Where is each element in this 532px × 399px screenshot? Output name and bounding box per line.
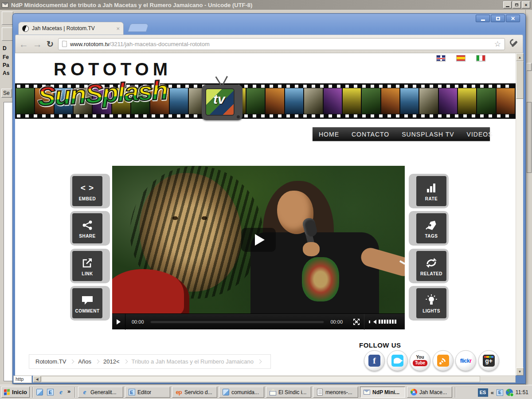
youtube-button[interactable]: You Tube xyxy=(410,350,430,371)
quicklaunch-ie-icon[interactable]: e xyxy=(57,388,65,396)
ie-icon: e xyxy=(81,389,88,396)
tab-close-icon[interactable]: × xyxy=(116,25,120,32)
play-button[interactable] xyxy=(112,314,125,330)
field-label-fecha: Fe xyxy=(3,54,9,60)
tray-network-globe-icon[interactable] xyxy=(506,389,513,396)
progress-bar[interactable] xyxy=(150,320,325,323)
task-button-generalitat[interactable]: e Generalit... xyxy=(78,387,123,398)
nav-item-videos[interactable]: VIDEOS xyxy=(461,131,499,138)
background-window-right-edge xyxy=(525,10,532,385)
browser-minimize-button[interactable] xyxy=(476,15,490,22)
url-path: /3211/jah-macetas-documental-rototom xyxy=(110,41,210,47)
embed-button[interactable]: < > EMBED xyxy=(70,174,110,208)
settings-wrench-icon[interactable] xyxy=(509,39,519,49)
tag-icon xyxy=(425,219,438,232)
duration-time: 00:00 xyxy=(324,319,349,325)
breadcrumb-rototom-tv[interactable]: Rototom.TV xyxy=(35,358,66,365)
breadcrumb-2012[interactable]: 2012< xyxy=(103,358,120,365)
bookmark-star-icon[interactable]: ☆ xyxy=(494,39,501,49)
scrollbar-thumb[interactable] xyxy=(41,376,480,382)
fullscreen-button[interactable] xyxy=(349,318,364,325)
breadcrumb-anos[interactable]: Años xyxy=(78,358,91,365)
quicklaunch-outlook-icon[interactable] xyxy=(35,388,44,396)
nav-item-sunsplash-tv[interactable]: SUNSPLASH TV xyxy=(395,131,460,138)
googleplus-button[interactable]: g+ xyxy=(478,350,499,371)
lightbulb-icon xyxy=(426,293,437,307)
scroll-down-button[interactable]: ▼ xyxy=(516,368,524,376)
close-button[interactable]: × xyxy=(522,1,530,8)
status-bubble: http xyxy=(13,376,32,383)
page-vertical-scrollbar[interactable]: ▲ ▼ xyxy=(516,53,523,376)
task-button-ndp-active[interactable]: NdP Mini... xyxy=(360,387,405,398)
tv-label: tv xyxy=(213,92,225,107)
new-tab-button[interactable] xyxy=(128,23,149,32)
field-label-de: D xyxy=(3,45,7,51)
task-button-editor[interactable]: E Editor xyxy=(125,387,170,398)
mail-icon xyxy=(2,3,8,8)
link-button[interactable]: LINK xyxy=(70,249,110,283)
browser-tab[interactable]: Jah Macetas | Rototom.TV × xyxy=(18,22,124,35)
task-button-jah-macetas[interactable]: Jah Mace... xyxy=(407,387,452,398)
background-window-title: NdP Minidocumental de tributo a Jah Mace… xyxy=(11,2,503,8)
tray-app-icon[interactable]: E xyxy=(497,389,503,396)
scrollbar-thumb[interactable] xyxy=(516,61,524,99)
main-navigation: HOME CONTACTO SUNSPLASH TV VIDEOS xyxy=(313,127,490,141)
url-text[interactable]: www.rototom.tv/3211/jah-macetas-document… xyxy=(70,41,491,47)
tv-icon: tv xyxy=(202,74,243,120)
volume-control[interactable] xyxy=(364,314,405,330)
facebook-button[interactable]: f xyxy=(364,350,385,371)
quicklaunch-app-icon[interactable]: E xyxy=(46,388,55,396)
scrollbar-thumb[interactable] xyxy=(527,102,532,173)
rate-button[interactable]: RATE xyxy=(409,174,449,208)
task-button-menores[interactable]: menores-... xyxy=(313,387,358,398)
nav-item-home[interactable]: HOME xyxy=(313,131,345,138)
share-button[interactable]: SHARE xyxy=(70,211,110,246)
related-button[interactable]: RELATED xyxy=(409,249,449,283)
tray-collapse-chevron[interactable]: « xyxy=(491,389,494,396)
mail-icon xyxy=(363,389,370,396)
browser-close-button[interactable]: ✕ xyxy=(506,15,520,22)
rss-button[interactable] xyxy=(433,350,454,371)
video-frame[interactable] xyxy=(112,166,405,313)
tags-button[interactable]: TAGS xyxy=(409,211,449,246)
flickr-button[interactable]: flickr xyxy=(455,350,476,371)
task-button-servicio[interactable]: ep Servicio d... xyxy=(172,387,217,398)
browser-window: Jah Macetas | Rototom.TV × ✕ ← → ↻ www.r… xyxy=(12,13,526,384)
reload-button[interactable]: ↻ xyxy=(47,39,54,49)
googleplus-icon: g+ xyxy=(483,355,495,367)
chevron-right-icon xyxy=(70,360,74,364)
video-player[interactable]: 00:00 00:00 xyxy=(112,166,405,329)
nav-item-contacto[interactable]: CONTACTO xyxy=(345,131,395,138)
comment-icon xyxy=(81,293,94,307)
player-controls: 00:00 00:00 xyxy=(112,313,405,329)
site-favicon-icon xyxy=(22,25,29,32)
start-button[interactable]: Inicio xyxy=(1,387,30,398)
twitter-button[interactable] xyxy=(387,350,408,371)
page-icon xyxy=(62,41,67,47)
back-button[interactable]: ← xyxy=(19,39,28,49)
breadcrumb: Rototom.TV Años 2012< Tributo a Jah Mace… xyxy=(29,354,271,369)
restore-button[interactable] xyxy=(512,1,521,8)
scroll-up-button[interactable]: ▲ xyxy=(516,53,524,61)
quicklaunch-overflow-chevron[interactable]: » xyxy=(67,388,70,395)
language-indicator[interactable]: ES xyxy=(478,388,488,397)
browser-maximize-button[interactable] xyxy=(491,15,505,22)
scrollbar-button[interactable] xyxy=(527,63,532,71)
comment-button[interactable]: COMMENT xyxy=(70,286,110,321)
se-button[interactable]: Se xyxy=(1,89,12,98)
address-bar[interactable]: www.rototom.tv/3211/jah-macetas-document… xyxy=(58,38,505,50)
task-button-sindic[interactable]: El Síndic i... xyxy=(266,387,311,398)
task-button-comunidad[interactable]: comunida... xyxy=(219,387,264,398)
scroll-left-button[interactable]: ◀ xyxy=(33,376,41,382)
minimize-button[interactable] xyxy=(503,1,512,8)
flickr-icon: flickr xyxy=(460,358,472,364)
forward-button[interactable]: → xyxy=(33,39,42,49)
toolbar-button[interactable] xyxy=(2,27,13,41)
play-overlay-button[interactable] xyxy=(241,228,276,252)
language-flag-english[interactable] xyxy=(436,55,446,61)
lights-button[interactable]: LIGHTS xyxy=(409,286,449,321)
language-flag-spanish[interactable] xyxy=(456,55,466,61)
toolbar-button[interactable] xyxy=(2,12,13,25)
page-horizontal-scrollbar[interactable]: ◀ xyxy=(33,376,516,383)
language-flag-italian[interactable] xyxy=(476,55,485,61)
